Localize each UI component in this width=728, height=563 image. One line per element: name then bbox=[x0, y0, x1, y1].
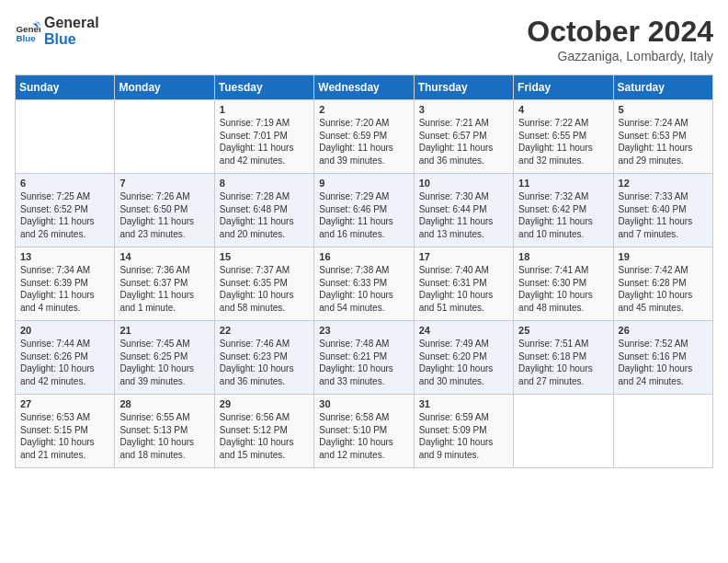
calendar-cell: 25Sunrise: 7:51 AM Sunset: 6:18 PM Dayli… bbox=[514, 321, 613, 395]
day-number: 23 bbox=[319, 325, 408, 336]
calendar-week-row: 27Sunrise: 6:53 AM Sunset: 5:15 PM Dayli… bbox=[16, 395, 713, 468]
day-number: 30 bbox=[319, 398, 408, 409]
calendar-cell: 24Sunrise: 7:49 AM Sunset: 6:20 PM Dayli… bbox=[414, 321, 513, 395]
calendar-cell: 10Sunrise: 7:30 AM Sunset: 6:44 PM Dayli… bbox=[414, 174, 513, 247]
cell-info: Sunrise: 6:56 AM Sunset: 5:12 PM Dayligh… bbox=[220, 411, 309, 461]
calendar-cell: 28Sunrise: 6:55 AM Sunset: 5:13 PM Dayli… bbox=[115, 395, 214, 468]
calendar-cell: 26Sunrise: 7:52 AM Sunset: 6:16 PM Dayli… bbox=[613, 321, 712, 395]
cell-info: Sunrise: 7:28 AM Sunset: 6:48 PM Dayligh… bbox=[220, 190, 309, 240]
calendar-cell: 3Sunrise: 7:21 AM Sunset: 6:57 PM Daylig… bbox=[414, 100, 513, 174]
calendar-cell: 1Sunrise: 7:19 AM Sunset: 7:01 PM Daylig… bbox=[214, 100, 313, 174]
day-number: 5 bbox=[619, 104, 708, 115]
calendar-cell bbox=[514, 395, 613, 468]
day-header-tuesday: Tuesday bbox=[214, 75, 313, 100]
calendar-cell: 13Sunrise: 7:34 AM Sunset: 6:39 PM Dayli… bbox=[16, 247, 115, 321]
calendar-table: SundayMondayTuesdayWednesdayThursdayFrid… bbox=[15, 75, 713, 468]
day-number: 17 bbox=[419, 251, 508, 262]
calendar-cell bbox=[16, 100, 115, 174]
month-title: October 2024 bbox=[527, 15, 713, 49]
cell-info: Sunrise: 6:53 AM Sunset: 5:15 PM Dayligh… bbox=[20, 411, 109, 461]
day-number: 3 bbox=[419, 104, 508, 115]
svg-text:Blue: Blue bbox=[16, 33, 36, 43]
day-number: 28 bbox=[119, 398, 209, 409]
day-number: 24 bbox=[419, 325, 508, 336]
day-number: 27 bbox=[20, 398, 109, 409]
logo-blue: Blue bbox=[44, 31, 99, 48]
cell-info: Sunrise: 7:42 AM Sunset: 6:28 PM Dayligh… bbox=[619, 264, 708, 314]
day-number: 4 bbox=[518, 104, 608, 115]
calendar-cell: 22Sunrise: 7:46 AM Sunset: 6:23 PM Dayli… bbox=[214, 321, 313, 395]
page-header: General Blue General Blue October 2024 G… bbox=[15, 15, 713, 63]
cell-info: Sunrise: 7:49 AM Sunset: 6:20 PM Dayligh… bbox=[419, 338, 508, 387]
cell-info: Sunrise: 7:26 AM Sunset: 6:50 PM Dayligh… bbox=[119, 190, 209, 240]
logo: General Blue General Blue bbox=[15, 15, 99, 47]
cell-info: Sunrise: 7:46 AM Sunset: 6:23 PM Dayligh… bbox=[220, 338, 309, 387]
calendar-cell: 9Sunrise: 7:29 AM Sunset: 6:46 PM Daylig… bbox=[314, 174, 414, 247]
day-number: 25 bbox=[518, 325, 608, 336]
calendar-cell: 7Sunrise: 7:26 AM Sunset: 6:50 PM Daylig… bbox=[115, 174, 214, 247]
calendar-cell: 11Sunrise: 7:32 AM Sunset: 6:42 PM Dayli… bbox=[514, 174, 613, 247]
cell-info: Sunrise: 7:45 AM Sunset: 6:25 PM Dayligh… bbox=[119, 338, 209, 387]
day-number: 2 bbox=[319, 104, 408, 115]
day-number: 29 bbox=[220, 398, 309, 409]
calendar-cell: 14Sunrise: 7:36 AM Sunset: 6:37 PM Dayli… bbox=[115, 247, 214, 321]
day-number: 6 bbox=[20, 178, 109, 189]
calendar-cell: 21Sunrise: 7:45 AM Sunset: 6:25 PM Dayli… bbox=[115, 321, 214, 395]
cell-info: Sunrise: 7:51 AM Sunset: 6:18 PM Dayligh… bbox=[518, 338, 608, 387]
day-header-sunday: Sunday bbox=[16, 75, 115, 100]
calendar-cell: 18Sunrise: 7:41 AM Sunset: 6:30 PM Dayli… bbox=[514, 247, 613, 321]
calendar-cell: 29Sunrise: 6:56 AM Sunset: 5:12 PM Dayli… bbox=[214, 395, 313, 468]
cell-info: Sunrise: 7:52 AM Sunset: 6:16 PM Dayligh… bbox=[619, 338, 708, 387]
calendar-week-row: 1Sunrise: 7:19 AM Sunset: 7:01 PM Daylig… bbox=[16, 100, 713, 174]
day-number: 22 bbox=[220, 325, 309, 336]
day-number: 31 bbox=[419, 398, 508, 409]
day-number: 9 bbox=[319, 178, 408, 189]
calendar-cell: 2Sunrise: 7:20 AM Sunset: 6:59 PM Daylig… bbox=[314, 100, 414, 174]
day-header-thursday: Thursday bbox=[414, 75, 513, 100]
day-header-saturday: Saturday bbox=[613, 75, 712, 100]
cell-info: Sunrise: 7:19 AM Sunset: 7:01 PM Dayligh… bbox=[220, 117, 309, 167]
cell-info: Sunrise: 7:32 AM Sunset: 6:42 PM Dayligh… bbox=[518, 190, 608, 240]
calendar-cell: 5Sunrise: 7:24 AM Sunset: 6:53 PM Daylig… bbox=[613, 100, 712, 174]
day-number: 21 bbox=[119, 325, 209, 336]
day-number: 12 bbox=[619, 178, 708, 189]
day-number: 15 bbox=[220, 251, 309, 262]
day-number: 10 bbox=[419, 178, 508, 189]
day-number: 7 bbox=[119, 178, 209, 189]
calendar-cell: 15Sunrise: 7:37 AM Sunset: 6:35 PM Dayli… bbox=[214, 247, 313, 321]
day-number: 16 bbox=[319, 251, 408, 262]
cell-info: Sunrise: 6:59 AM Sunset: 5:09 PM Dayligh… bbox=[419, 411, 508, 461]
cell-info: Sunrise: 7:33 AM Sunset: 6:40 PM Dayligh… bbox=[619, 190, 708, 240]
calendar-week-row: 6Sunrise: 7:25 AM Sunset: 6:52 PM Daylig… bbox=[16, 174, 713, 247]
cell-info: Sunrise: 6:58 AM Sunset: 5:10 PM Dayligh… bbox=[319, 411, 408, 461]
cell-info: Sunrise: 7:30 AM Sunset: 6:44 PM Dayligh… bbox=[419, 190, 508, 240]
cell-info: Sunrise: 7:41 AM Sunset: 6:30 PM Dayligh… bbox=[518, 264, 608, 314]
calendar-cell: 20Sunrise: 7:44 AM Sunset: 6:26 PM Dayli… bbox=[16, 321, 115, 395]
cell-info: Sunrise: 7:40 AM Sunset: 6:31 PM Dayligh… bbox=[419, 264, 508, 314]
calendar-cell: 12Sunrise: 7:33 AM Sunset: 6:40 PM Dayli… bbox=[613, 174, 712, 247]
day-header-wednesday: Wednesday bbox=[314, 75, 414, 100]
cell-info: Sunrise: 7:25 AM Sunset: 6:52 PM Dayligh… bbox=[20, 190, 109, 240]
cell-info: Sunrise: 6:55 AM Sunset: 5:13 PM Dayligh… bbox=[119, 411, 209, 461]
calendar-cell: 27Sunrise: 6:53 AM Sunset: 5:15 PM Dayli… bbox=[16, 395, 115, 468]
day-number: 14 bbox=[119, 251, 209, 262]
calendar-cell: 16Sunrise: 7:38 AM Sunset: 6:33 PM Dayli… bbox=[314, 247, 414, 321]
cell-info: Sunrise: 7:38 AM Sunset: 6:33 PM Dayligh… bbox=[319, 264, 408, 314]
cell-info: Sunrise: 7:48 AM Sunset: 6:21 PM Dayligh… bbox=[319, 338, 408, 387]
calendar-body: 1Sunrise: 7:19 AM Sunset: 7:01 PM Daylig… bbox=[16, 100, 713, 468]
day-number: 13 bbox=[20, 251, 109, 262]
calendar-cell: 17Sunrise: 7:40 AM Sunset: 6:31 PM Dayli… bbox=[414, 247, 513, 321]
day-number: 11 bbox=[518, 178, 608, 189]
calendar-cell: 4Sunrise: 7:22 AM Sunset: 6:55 PM Daylig… bbox=[514, 100, 613, 174]
day-number: 18 bbox=[518, 251, 608, 262]
logo-general: General bbox=[44, 15, 99, 31]
cell-info: Sunrise: 7:20 AM Sunset: 6:59 PM Dayligh… bbox=[319, 117, 408, 167]
day-number: 19 bbox=[619, 251, 708, 262]
cell-info: Sunrise: 7:22 AM Sunset: 6:55 PM Dayligh… bbox=[518, 117, 608, 167]
calendar-week-row: 20Sunrise: 7:44 AM Sunset: 6:26 PM Dayli… bbox=[16, 321, 713, 395]
calendar-cell: 19Sunrise: 7:42 AM Sunset: 6:28 PM Dayli… bbox=[613, 247, 712, 321]
day-number: 1 bbox=[220, 104, 309, 115]
calendar-week-row: 13Sunrise: 7:34 AM Sunset: 6:39 PM Dayli… bbox=[16, 247, 713, 321]
day-number: 26 bbox=[619, 325, 708, 336]
cell-info: Sunrise: 7:36 AM Sunset: 6:37 PM Dayligh… bbox=[119, 264, 209, 314]
